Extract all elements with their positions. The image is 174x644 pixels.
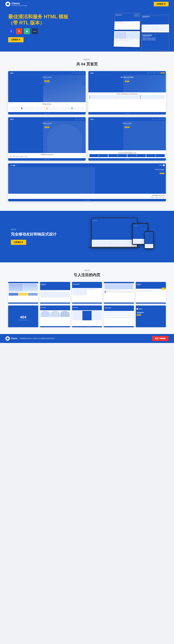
logo-subtitle: Cleaning Service Provider (12, 5, 28, 6)
preview-card-4-inner: Clenix Home About Services Contact Certi… (88, 117, 166, 161)
preview-card-2-inner: Clenix Home About Services Contact Get Q… (88, 71, 166, 114)
laptop-base (88, 247, 140, 248)
preview-card-rtl[interactable]: RTL 版本 Clenix Home About Services Certif… (8, 163, 166, 201)
preview-card-rtl-inner: Clenix Home About Services Certified Com… (8, 163, 166, 201)
responsive-title: 完全移动友好和响应式设计 (11, 232, 76, 237)
inner-page-card-2[interactable] (40, 282, 70, 304)
footer-text: 访谈图材社区bbs.xienias.com免费共享软件资源！ (20, 338, 56, 340)
preview-label-2: 首页 2 (89, 72, 95, 74)
logo-text-block: Clenix Cleaning Service Provider (12, 2, 28, 6)
preview-card-2[interactable]: 首页 2 Clenix Home About Services Contact … (88, 71, 166, 114)
inner-page-card-5[interactable] (136, 282, 166, 304)
responsive-buy-button[interactable]: 立即购买 ▶ (11, 240, 26, 245)
phone-screen: Certified Company (145, 232, 153, 248)
inner-page-card-faq[interactable] (104, 306, 134, 327)
laptop-screen: Certified Company (92, 218, 137, 247)
mockup-1-nav-links: Home About Services Contact (72, 72, 85, 74)
site-mockup-4: Clenix Home About Services Contact Certi… (88, 117, 166, 161)
hero-left: 最佳清洁和服务 HTML 模板 （带 RTL 版本） 3 5 less 立即购买… (8, 14, 80, 42)
bottom-bar: C Clenix 访谈图材社区bbs.xienias.com免费共享软件资源！ … (0, 334, 174, 343)
phone-frame: Certified Company (144, 231, 154, 249)
hero-buy-button[interactable]: 立即购买 ▶ (8, 37, 24, 42)
inner-page-card-pricing[interactable] (72, 306, 102, 327)
preview-card-1-inner: Clenix Home About Services Contact Certi… (8, 71, 86, 114)
inner-page-card-4[interactable] (104, 282, 134, 304)
preview-label-4: 首页 4 (89, 118, 95, 120)
laptop-frame: Certified Company (91, 218, 137, 248)
logo-icon: C (6, 2, 10, 6)
mini-screen-4 (141, 34, 169, 51)
inner-page-card-contact[interactable] (136, 306, 166, 327)
inner-pages-sub-label: 吸好的 (8, 269, 166, 272)
hero-title-highlight: （带 RTL 版本） (8, 20, 45, 26)
hero-section: 最佳清洁和服务 HTML 模板 （带 RTL 版本） 3 5 less 立即购买… (0, 8, 174, 52)
inner-page-card-team[interactable] (40, 306, 70, 327)
inner-pages-section: 吸好的 引人注目的内页 (0, 262, 174, 334)
preview-label-rtl: RTL 版本 (9, 164, 17, 167)
svg-text:C: C (7, 338, 8, 339)
hero-screens (113, 12, 169, 51)
preview-grid: 首页 1 Clenix Home About Services Contact (8, 71, 166, 161)
header-buy-button[interactable]: 立即购买 ▶ (154, 2, 168, 6)
site-mockup-1: Clenix Home About Services Contact Certi… (8, 71, 86, 114)
hero-title-text: 最佳清洁和服务 HTML 模板 (8, 14, 68, 20)
mini-screen-3 (141, 15, 169, 33)
bottom-logo-text: Clenix (11, 337, 18, 340)
download-button[interactable]: 预览下载模板 (152, 336, 168, 341)
mockup-2-nav: Clenix Home About Services Contact Get Q… (88, 71, 166, 75)
preview-card-3-inner: Clenix Home About Services Certified Com… (8, 117, 86, 161)
tech-icons-row: 3 5 less (8, 28, 80, 34)
logo-name: Clenix (12, 2, 20, 5)
hero-title: 最佳清洁和服务 HTML 模板 （带 RTL 版本） (8, 14, 80, 26)
js-badge (24, 28, 30, 34)
inner-page-card-1[interactable] (8, 282, 38, 304)
less-badge: less (32, 28, 38, 34)
mini-screen-2 (113, 31, 140, 47)
css3-badge: 3 (8, 28, 14, 34)
logo-area: C Clenix Cleaning Service Provider (6, 2, 28, 6)
mockup-1-hero: Certified Company An Choice As None Read… (8, 75, 86, 102)
html5-badge: 5 (16, 28, 22, 34)
showcase-sub-label: 精彩演示 (8, 58, 166, 61)
showcase-section: 精彩演示 共 04 页首页 首页 1 Clenix Home About Ser… (0, 52, 174, 211)
preview-card-1[interactable]: 首页 1 Clenix Home About Services Contact (8, 71, 86, 114)
site-mockup-3: Clenix Home About Services Certified Com… (8, 117, 86, 161)
responsive-right: Certified Company (85, 218, 163, 256)
inner-page-card-3[interactable] (72, 282, 102, 304)
site-mockup-2: Clenix Home About Services Contact Get Q… (88, 71, 166, 114)
site-mockup-rtl: Clenix Home About Services Certified Com… (8, 163, 166, 201)
responsive-left: 响应式 完全移动友好和响应式设计 立即购买 ▶ (11, 228, 76, 245)
preview-label-3: 首页 3 (9, 118, 15, 120)
site-header: C Clenix Cleaning Service Provider 立即购买 … (0, 0, 174, 8)
screen-stack-1 (113, 12, 140, 50)
svg-text:C: C (8, 4, 9, 5)
responsive-section: 响应式 完全移动友好和响应式设计 立即购买 ▶ Certified Compan… (0, 211, 174, 262)
inner-page-card-404[interactable]: 404 We are Coming Soon (8, 306, 38, 327)
inner-pages-grid: 404 We are Coming Soon (8, 282, 166, 327)
device-mockup-container: Certified Company (91, 218, 156, 256)
bottom-logo-icon: C (6, 336, 10, 341)
preview-card-3[interactable]: 首页 3 Clenix Home About Services (8, 117, 86, 161)
preview-label-1: 首页 1 (9, 72, 15, 74)
hero-right (80, 14, 166, 52)
mockup-1-nav: Clenix Home About Services Contact (8, 71, 86, 75)
preview-card-4[interactable]: 首页 4 Clenix Home About Services Contact (88, 117, 166, 161)
bottom-logo-area: C Clenix (6, 336, 18, 341)
mini-screen-1 (114, 12, 140, 30)
inner-pages-title: 引人注目的内页 (8, 272, 166, 278)
responsive-sub-label: 响应式 (11, 228, 76, 231)
screen-stack-2 (141, 15, 169, 51)
showcase-title: 共 04 页首页 (8, 62, 166, 67)
